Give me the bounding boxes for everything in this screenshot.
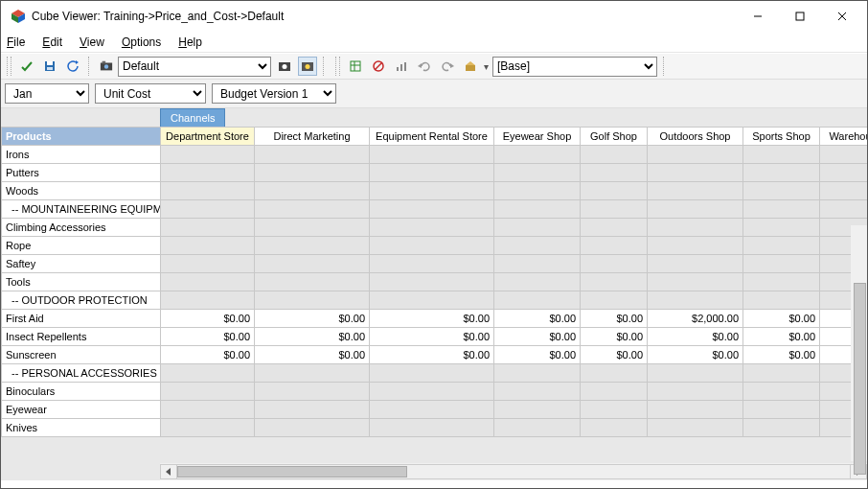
empty-cell[interactable] (494, 200, 581, 219)
empty-cell[interactable] (581, 237, 648, 255)
empty-cell[interactable] (581, 164, 648, 182)
empty-cell[interactable] (255, 383, 370, 401)
measure-select[interactable]: Unit Cost (95, 83, 206, 104)
scroll-thumb[interactable] (177, 466, 407, 477)
empty-cell[interactable] (370, 182, 494, 200)
row-header[interactable]: Binoculars (2, 383, 161, 401)
empty-cell[interactable] (161, 219, 255, 237)
empty-cell[interactable] (370, 146, 494, 164)
empty-cell[interactable] (494, 273, 581, 291)
empty-cell[interactable] (494, 291, 581, 310)
empty-cell[interactable] (581, 255, 648, 273)
column-header[interactable]: Direct Marketing (255, 128, 370, 146)
empty-cell[interactable] (648, 237, 743, 255)
empty-cell[interactable] (161, 164, 255, 182)
empty-cell[interactable] (494, 219, 581, 237)
empty-cell[interactable] (494, 164, 581, 182)
data-cell[interactable]: $0.00 (648, 328, 743, 346)
view-select[interactable]: Default (118, 57, 271, 77)
column-header[interactable]: Warehouse S (820, 128, 868, 146)
empty-cell[interactable] (370, 364, 494, 383)
column-header[interactable]: Department Store (161, 128, 255, 146)
empty-cell[interactable] (255, 219, 370, 237)
empty-cell[interactable] (255, 146, 370, 164)
close-button[interactable] (821, 3, 863, 30)
empty-cell[interactable] (648, 146, 743, 164)
scroll-left-icon[interactable] (160, 464, 177, 479)
empty-cell[interactable] (581, 401, 648, 419)
data-cell[interactable]: $0.00 (581, 328, 648, 346)
sandbox-icon[interactable] (461, 57, 480, 76)
vscroll-thumb[interactable] (854, 283, 866, 475)
row-header[interactable]: Rope (2, 237, 161, 255)
data-cell[interactable]: $0.00 (255, 346, 370, 364)
menu-file[interactable]: File (7, 35, 25, 49)
data-cell[interactable]: $0.00 (581, 346, 648, 364)
empty-cell[interactable] (370, 200, 494, 219)
empty-cell[interactable] (820, 200, 868, 219)
empty-cell[interactable] (648, 291, 743, 310)
empty-cell[interactable] (581, 364, 648, 383)
empty-cell[interactable] (161, 200, 255, 219)
data-cell[interactable]: $0.00 (743, 310, 820, 328)
empty-cell[interactable] (370, 237, 494, 255)
empty-cell[interactable] (494, 146, 581, 164)
empty-cell[interactable] (581, 383, 648, 401)
empty-cell[interactable] (161, 273, 255, 291)
empty-cell[interactable] (161, 291, 255, 310)
empty-cell[interactable] (494, 401, 581, 419)
empty-cell[interactable] (743, 419, 820, 437)
empty-cell[interactable] (820, 164, 868, 182)
empty-cell[interactable] (370, 401, 494, 419)
empty-cell[interactable] (743, 164, 820, 182)
export-icon[interactable] (346, 57, 365, 76)
row-header[interactable]: Tools (2, 273, 161, 291)
empty-cell[interactable] (648, 419, 743, 437)
empty-cell[interactable] (581, 219, 648, 237)
row-header[interactable]: Saftey (2, 255, 161, 273)
empty-cell[interactable] (161, 383, 255, 401)
data-cell[interactable]: $0.00 (581, 310, 648, 328)
empty-cell[interactable] (494, 364, 581, 383)
data-grid[interactable]: ProductsDepartment StoreDirect Marketing… (1, 127, 867, 437)
suppress-zero-icon[interactable] (369, 57, 388, 76)
row-header[interactable]: Woods (2, 182, 161, 200)
row-header[interactable]: Putters (2, 164, 161, 182)
vertical-scrollbar[interactable] (851, 225, 867, 461)
column-header[interactable]: Outdoors Shop (648, 128, 743, 146)
recalc-icon[interactable] (63, 57, 82, 76)
menu-options[interactable]: Options (122, 35, 161, 49)
data-cell[interactable]: $0.00 (494, 328, 581, 346)
empty-cell[interactable] (370, 255, 494, 273)
empty-cell[interactable] (581, 200, 648, 219)
empty-cell[interactable] (581, 273, 648, 291)
column-header[interactable]: Eyewear Shop (494, 128, 581, 146)
empty-cell[interactable] (161, 182, 255, 200)
empty-cell[interactable] (255, 364, 370, 383)
empty-cell[interactable] (743, 237, 820, 255)
empty-cell[interactable] (648, 401, 743, 419)
base-select[interactable]: [Base] (492, 57, 657, 77)
column-header[interactable]: Equipment Rental Store (370, 128, 494, 146)
undo-icon[interactable] (415, 57, 434, 76)
chart-icon[interactable] (392, 57, 411, 76)
row-header[interactable]: -- PERSONAL ACCESSORIES (2, 364, 161, 383)
empty-cell[interactable] (648, 383, 743, 401)
row-header[interactable]: Knives (2, 419, 161, 437)
empty-cell[interactable] (743, 255, 820, 273)
row-header[interactable]: Sunscreen (2, 346, 161, 364)
data-cell[interactable]: $0.00 (255, 328, 370, 346)
row-header[interactable]: First Aid (2, 310, 161, 328)
empty-cell[interactable] (743, 291, 820, 310)
empty-cell[interactable] (255, 200, 370, 219)
channels-tab[interactable]: Channels (160, 108, 225, 127)
empty-cell[interactable] (255, 237, 370, 255)
empty-cell[interactable] (820, 146, 868, 164)
row-header[interactable]: -- MOUNTAINEERING EQUIPM (2, 200, 161, 219)
empty-cell[interactable] (255, 291, 370, 310)
empty-cell[interactable] (648, 255, 743, 273)
empty-cell[interactable] (370, 219, 494, 237)
empty-cell[interactable] (255, 255, 370, 273)
data-cell[interactable]: $0.00 (161, 328, 255, 346)
empty-cell[interactable] (648, 219, 743, 237)
